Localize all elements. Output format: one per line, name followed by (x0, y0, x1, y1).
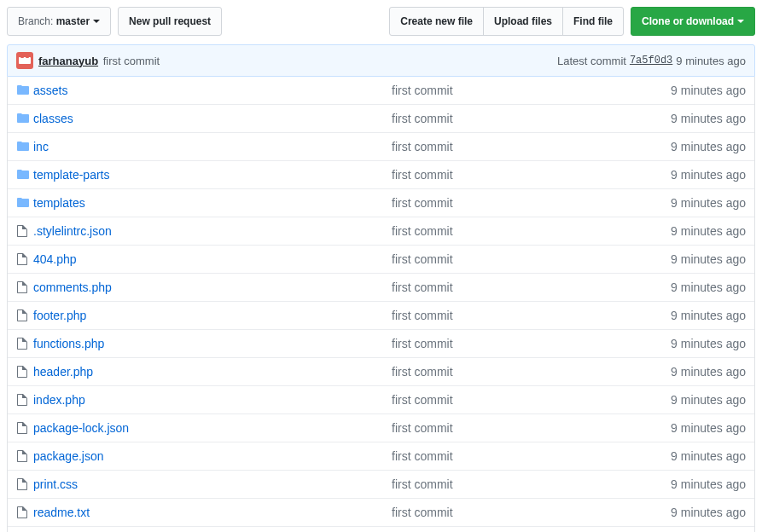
create-new-file-button[interactable]: Create new file (389, 7, 484, 36)
file-icon (16, 224, 33, 238)
file-age-cell: 9 minutes ago (626, 393, 746, 407)
clone-download-label: Clone or download (642, 13, 734, 30)
file-age-cell: 9 minutes ago (626, 196, 746, 210)
file-link[interactable]: readme.txt (33, 506, 90, 519)
file-link[interactable]: index.php (33, 393, 85, 407)
commit-message-link[interactable]: first commit (392, 421, 453, 435)
avatar[interactable] (16, 52, 33, 69)
file-age-cell: 9 minutes ago (626, 337, 746, 350)
file-icon (16, 506, 33, 519)
find-file-button[interactable]: Find file (562, 7, 624, 36)
table-row: template-partsfirst commit9 minutes ago (8, 160, 754, 188)
file-link[interactable]: functions.php (33, 337, 104, 350)
commit-message-link[interactable]: first commit (392, 196, 453, 210)
table-row: functions.phpfirst commit9 minutes ago (8, 329, 754, 357)
clone-download-button[interactable]: Clone or download (631, 7, 755, 36)
toolbar-left: Branch: master New pull request (7, 7, 222, 36)
folder-icon (16, 112, 33, 125)
commit-message-link[interactable]: first commit (392, 140, 453, 153)
commit-message-link[interactable]: first commit (392, 337, 453, 350)
branch-name: master (56, 13, 90, 30)
commit-message-cell: first commit (392, 309, 626, 322)
commit-message-link[interactable]: first commit (392, 224, 453, 238)
branch-label-prefix: Branch: (18, 13, 53, 30)
commit-author-link[interactable]: farhanayub (38, 55, 98, 67)
commit-message-link[interactable]: first commit (392, 84, 453, 97)
commit-message-link[interactable]: first commit (392, 252, 453, 266)
table-row: 404.phpfirst commit9 minutes ago (8, 245, 754, 273)
table-row: index.phpfirst commit9 minutes ago (8, 385, 754, 413)
file-link[interactable]: assets (33, 84, 67, 97)
commit-message-link[interactable]: first commit (392, 280, 453, 294)
file-link[interactable]: print.css (33, 477, 78, 491)
file-link[interactable]: package-lock.json (33, 421, 129, 435)
commit-message: first commit (100, 55, 160, 67)
folder-icon (16, 168, 33, 182)
file-link[interactable]: classes (33, 112, 73, 125)
file-link[interactable]: package.json (33, 449, 104, 463)
table-row: templatesfirst commit9 minutes ago (8, 188, 754, 217)
file-icon (16, 365, 33, 379)
file-link[interactable]: comments.php (33, 280, 112, 294)
table-row: assetsfirst commit9 minutes ago (8, 77, 754, 104)
commit-message-cell: first commit (392, 140, 626, 153)
file-name-cell: templates (33, 196, 392, 210)
commit-message-cell: first commit (392, 168, 626, 182)
commit-message-cell: first commit (392, 280, 626, 294)
commit-message-link[interactable]: first commit (392, 168, 453, 182)
file-link[interactable]: templates (33, 196, 85, 210)
table-row: readme.txtfirst commit9 minutes ago (8, 498, 754, 526)
table-row: incfirst commit9 minutes ago (8, 132, 754, 160)
file-link[interactable]: template-parts (33, 168, 109, 182)
file-link[interactable]: header.php (33, 365, 93, 379)
file-name-cell: footer.php (33, 309, 392, 322)
file-name-cell: readme.txt (33, 506, 392, 519)
commit-message-cell: first commit (392, 477, 626, 491)
file-link[interactable]: 404.php (33, 252, 77, 266)
folder-icon (16, 196, 33, 210)
new-pull-request-button[interactable]: New pull request (118, 7, 222, 36)
file-name-cell: index.php (33, 393, 392, 407)
commit-message-link[interactable]: first commit (392, 112, 453, 125)
file-link[interactable]: footer.php (33, 309, 86, 322)
file-name-cell: inc (33, 140, 392, 153)
commit-message-link[interactable]: first commit (392, 393, 453, 407)
file-link[interactable]: inc (33, 140, 49, 153)
file-icon (16, 393, 33, 407)
file-actions-group: Create new file Upload files Find file (389, 7, 624, 36)
commit-message-cell: first commit (392, 112, 626, 125)
file-name-cell: .stylelintrc.json (33, 224, 392, 238)
commit-message-link[interactable]: first commit (392, 477, 453, 491)
file-icon (16, 280, 33, 294)
commit-meta: Latest commit 7a5f0d3 9 minutes ago (557, 55, 746, 67)
file-age-cell: 9 minutes ago (626, 365, 746, 379)
branch-select-button[interactable]: Branch: master (7, 7, 111, 36)
commit-tease-bar: farhanayub first commit Latest commit 7a… (7, 44, 755, 77)
file-icon (16, 421, 33, 435)
file-name-cell: classes (33, 112, 392, 125)
file-name-cell: print.css (33, 477, 392, 491)
file-name-cell: functions.php (33, 337, 392, 350)
file-name-cell: header.php (33, 365, 392, 379)
table-row: comments.phpfirst commit9 minutes ago (8, 273, 754, 301)
file-age-cell: 9 minutes ago (626, 421, 746, 435)
commit-message-cell: first commit (392, 449, 626, 463)
upload-files-button[interactable]: Upload files (483, 7, 563, 36)
commit-message-link[interactable]: first commit (392, 449, 453, 463)
file-name-cell: comments.php (33, 280, 392, 294)
file-icon (16, 477, 33, 491)
file-link[interactable]: .stylelintrc.json (33, 224, 112, 238)
commit-message-link[interactable]: first commit (392, 506, 453, 519)
file-age-cell: 9 minutes ago (626, 252, 746, 266)
table-row: .stylelintrc.jsonfirst commit9 minutes a… (8, 217, 754, 245)
table-row: package.jsonfirst commit9 minutes ago (8, 442, 754, 470)
file-age-cell: 9 minutes ago (626, 112, 746, 125)
commit-message-link[interactable]: first commit (392, 309, 453, 322)
commit-message-link[interactable]: first commit (392, 365, 453, 379)
clone-group: Clone or download (631, 7, 755, 36)
file-age-cell: 9 minutes ago (626, 449, 746, 463)
file-age-cell: 9 minutes ago (626, 477, 746, 491)
caret-down-icon (93, 20, 100, 23)
commit-sha-link[interactable]: 7a5f0d3 (630, 55, 672, 66)
folder-icon (16, 84, 33, 97)
